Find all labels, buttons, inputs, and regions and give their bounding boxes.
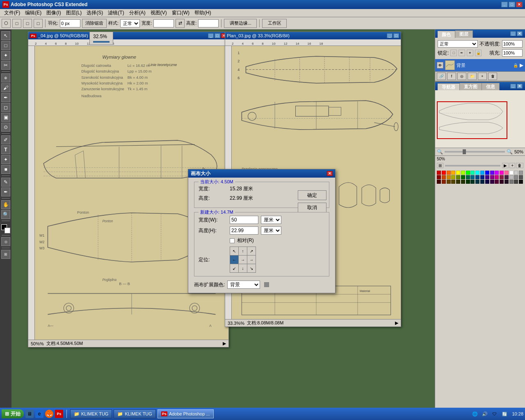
- adjust-edges-button[interactable]: 调整边缘...: [224, 19, 257, 28]
- swatch-charcoal-purple[interactable]: [504, 180, 509, 184]
- doc1-scroll-right[interactable]: ▶: [223, 341, 226, 346]
- menu-window[interactable]: 窗口(W): [169, 9, 192, 17]
- swatch-navy[interactable]: [475, 175, 479, 179]
- new-height-input[interactable]: [230, 226, 258, 235]
- swatch-gray-2[interactable]: [514, 175, 518, 179]
- menu-help[interactable]: 帮助(H): [192, 9, 214, 17]
- gradient-tool[interactable]: ▣: [1, 113, 10, 122]
- width-input[interactable]: [153, 19, 174, 27]
- eraser-tool[interactable]: ◻: [1, 103, 10, 112]
- swatch-gray-3[interactable]: [519, 175, 523, 179]
- swatch-bright-red[interactable]: [442, 171, 446, 175]
- swatch-coffee[interactable]: [447, 180, 451, 184]
- swatch-evergreen[interactable]: [466, 180, 470, 184]
- style-dropdown[interactable]: 正常: [120, 19, 140, 27]
- start-button[interactable]: ⊞ 开始: [2, 409, 24, 418]
- menu-select[interactable]: 选择(S): [84, 9, 105, 17]
- anti-alias-btn[interactable]: 消除锯齿: [82, 19, 107, 28]
- fg-bg-color-indicator[interactable]: [1, 224, 10, 233]
- swatch-dark-red[interactable]: [437, 175, 441, 179]
- swatch-zoom-fit[interactable]: ⊞: [437, 163, 443, 168]
- swatch-hunter[interactable]: [470, 180, 475, 184]
- pos-tl[interactable]: ↖: [230, 247, 238, 255]
- swatch-midnight[interactable]: [480, 180, 484, 184]
- close-button[interactable]: ✕: [516, 2, 523, 7]
- swatch-dark-brown[interactable]: [442, 180, 446, 184]
- swatch-orange[interactable]: [447, 171, 451, 175]
- swatch-brown[interactable]: [442, 175, 446, 179]
- brush-tool[interactable]: 🖌: [1, 83, 10, 92]
- fill-input[interactable]: [502, 49, 523, 57]
- new-group-btn[interactable]: 📁: [468, 73, 477, 80]
- blend-mode-select[interactable]: 正常: [438, 40, 478, 48]
- swatch-forest[interactable]: [461, 180, 465, 184]
- taskbar-firefox[interactable]: 🦊: [45, 410, 53, 418]
- taskbar-clock[interactable]: 10:28: [512, 411, 523, 416]
- pos-mc[interactable]: →: [239, 256, 247, 264]
- doc2-scroll-right[interactable]: ▶: [395, 320, 398, 326]
- lasso-tool[interactable]: □: [1, 41, 10, 50]
- relative-checkbox[interactable]: [230, 238, 235, 243]
- height-input[interactable]: [198, 19, 219, 27]
- marquee-tool[interactable]: ↖: [1, 31, 10, 40]
- swap-btn[interactable]: ⇄: [176, 19, 185, 28]
- menu-analysis[interactable]: 分析(A): [127, 9, 148, 17]
- clone-tool[interactable]: ✒: [1, 93, 10, 102]
- menu-image[interactable]: 图像(I): [44, 9, 63, 17]
- lock-all-btn[interactable]: 🔒: [475, 50, 482, 56]
- tray-volume[interactable]: 🔊: [481, 410, 489, 418]
- taskbar-item-1[interactable]: 📁 KLIMEK TUG: [70, 409, 112, 418]
- swatch-teal[interactable]: [466, 175, 470, 179]
- taskbar-item-2[interactable]: 📁 KLIMEK TUG: [114, 409, 155, 418]
- swatch-red[interactable]: [437, 171, 441, 175]
- swatch-magenta[interactable]: [500, 171, 504, 175]
- layer-eye-icon[interactable]: 👁: [437, 62, 443, 68]
- swatch-blue-purple[interactable]: [490, 171, 494, 175]
- tool-btn-3[interactable]: □: [34, 19, 43, 28]
- layer-background[interactable]: 👁 背景 🔒 ▶: [435, 59, 525, 71]
- swatch-add[interactable]: +: [509, 163, 515, 168]
- swatch-rose[interactable]: [500, 175, 504, 179]
- cancel-button[interactable]: 取消: [298, 203, 326, 212]
- workspace-btn[interactable]: 工作区: [262, 19, 287, 28]
- swatch-maroon[interactable]: [437, 180, 441, 184]
- swatch-yellow[interactable]: [456, 171, 460, 175]
- swatch-sky-blue[interactable]: [480, 171, 484, 175]
- doc2-titlebar[interactable]: Plan_03.jpg @ 33.3%(RGB/8#) _ □: [225, 32, 401, 39]
- tool-options-button[interactable]: ⬡: [2, 19, 11, 28]
- menu-view[interactable]: 视图(V): [148, 9, 169, 17]
- swatch-yellow-green[interactable]: [461, 171, 465, 175]
- doc1-minimize[interactable]: _: [208, 33, 214, 38]
- doc2-minimize[interactable]: _: [387, 33, 393, 38]
- spot-healing-tool[interactable]: ⊕: [1, 73, 10, 82]
- swatch-green[interactable]: [466, 171, 470, 175]
- swatch-dark-gray[interactable]: [514, 180, 518, 184]
- position-grid[interactable]: ↖ ↑ ↗ ← → → ↙ ↓ ↘: [230, 247, 256, 273]
- link-layers-btn[interactable]: 🔗: [437, 73, 446, 80]
- swatch-burgundy[interactable]: [500, 180, 504, 184]
- menu-file[interactable]: 文件(F): [2, 9, 23, 17]
- new-width-input[interactable]: [230, 216, 258, 224]
- pos-ml[interactable]: ←: [230, 256, 238, 264]
- zoom-tool[interactable]: 🔍: [1, 210, 10, 219]
- swatch-khaki[interactable]: [451, 180, 455, 184]
- swatch-cyan[interactable]: [475, 171, 479, 175]
- notes-tool[interactable]: ✎: [1, 178, 10, 187]
- pen-tool[interactable]: ✐: [1, 135, 10, 144]
- crop-tool[interactable]: ✂: [1, 61, 10, 70]
- text-tool[interactable]: T: [1, 145, 10, 154]
- pos-tr[interactable]: ↗: [247, 247, 256, 255]
- swatch-violet[interactable]: [490, 180, 494, 184]
- swatch-purple[interactable]: [495, 171, 499, 175]
- swatch-tan[interactable]: [447, 175, 451, 179]
- tab-layers[interactable]: 图层: [455, 30, 473, 38]
- swatch-remove[interactable]: 🗑: [516, 163, 523, 168]
- eyedropper-tool[interactable]: ✒: [1, 187, 10, 196]
- swatch-olive[interactable]: [456, 175, 460, 179]
- menu-filter[interactable]: 滤镜(T): [105, 9, 126, 17]
- swatch-zoom-right[interactable]: ▶: [502, 163, 509, 168]
- swatch-pink[interactable]: [504, 171, 509, 175]
- menu-layer[interactable]: 图层(L): [64, 9, 84, 17]
- taskbar-ie[interactable]: e: [35, 410, 43, 418]
- swatch-army[interactable]: [456, 180, 460, 184]
